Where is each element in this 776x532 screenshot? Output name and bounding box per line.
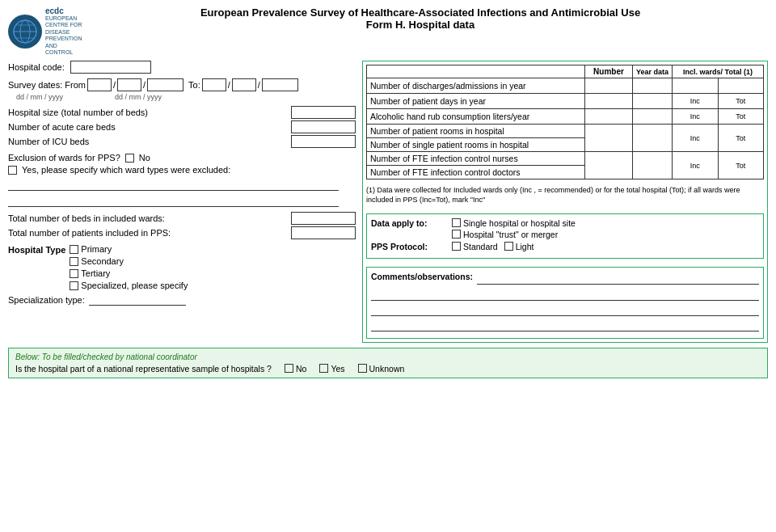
- comments-line1[interactable]: [477, 272, 759, 285]
- exclusion-specify-line2[interactable]: [8, 194, 339, 207]
- bottom-bar: Below: To be filled/checked by national …: [8, 348, 768, 378]
- sep3: /: [228, 80, 230, 90]
- comments-line4[interactable]: [371, 319, 759, 331]
- page-title: European Prevalence Survey of Healthcare…: [73, 6, 768, 19]
- icu-beds-label: Number of ICU beds: [8, 137, 89, 146]
- row-number-merged[interactable]: [585, 125, 633, 152]
- spec-type-label: Specialization type:: [8, 295, 85, 305]
- hospital-data-table: Number Year data Incl. wards/ Total (1): [366, 65, 764, 179]
- globe-icon: [12, 19, 38, 44]
- sep4: /: [258, 80, 260, 90]
- exclusion-yes-checkbox[interactable]: [8, 166, 17, 175]
- row-inc: Inc: [673, 94, 718, 109]
- national-unknown-checkbox[interactable]: [358, 364, 367, 373]
- table-row: Number of FTE infection control nurses I…: [367, 152, 764, 166]
- patdays-year-input[interactable]: [636, 95, 668, 107]
- single-hospital-label: Single hospital or hospital site: [463, 218, 576, 228]
- national-no-checkbox[interactable]: [285, 364, 293, 373]
- row-number[interactable]: [585, 94, 633, 109]
- exclusion-yes-label: Yes, please specify which ward types wer…: [22, 165, 230, 175]
- fte-number-input[interactable]: [588, 160, 629, 171]
- exclusion-no-checkbox[interactable]: [125, 154, 134, 163]
- comments-line3[interactable]: [371, 303, 759, 316]
- row-year-merged[interactable]: [632, 125, 672, 152]
- row-year[interactable]: [632, 94, 672, 109]
- row-label: Number of single patient rooms in hospit…: [367, 138, 585, 152]
- to-yyyy-input[interactable]: [262, 78, 298, 91]
- national-no-label: No: [296, 364, 306, 374]
- exclusion-specify-line1[interactable]: [8, 178, 339, 191]
- total-beds-label: Total number of beds in included wards:: [8, 213, 165, 223]
- specialized-checkbox[interactable]: [70, 281, 78, 290]
- national-unknown-label: Unknown: [369, 364, 405, 374]
- row-number-fte[interactable]: [585, 152, 633, 179]
- handrub-year-input[interactable]: [636, 111, 668, 122]
- primary-label: Primary: [81, 244, 112, 254]
- data-apply-label: Data apply to:: [371, 218, 444, 239]
- hospital-trust-checkbox[interactable]: [452, 230, 461, 239]
- secondary-checkbox[interactable]: [70, 257, 78, 266]
- discharge-number-input[interactable]: [588, 80, 629, 91]
- row-tot-merged: Tot: [718, 125, 764, 152]
- exclusion-label: Exclusion of wards for PPS?: [8, 153, 120, 163]
- standard-checkbox[interactable]: [452, 242, 461, 251]
- single-hospital-checkbox[interactable]: [452, 218, 461, 227]
- row-inc: [673, 78, 718, 94]
- national-yes-label: Yes: [331, 364, 344, 374]
- to-mm-input[interactable]: [232, 78, 256, 91]
- row-label: Alcoholic hand rub consumption liters/ye…: [367, 109, 585, 125]
- patdays-number-input[interactable]: [588, 95, 629, 107]
- row-year[interactable]: [632, 109, 672, 125]
- total-patients-input[interactable]: [291, 226, 356, 239]
- pps-protocol-label: PPS Protocol:: [371, 242, 444, 251]
- row-label: Number of FTE infection control nurses: [367, 152, 585, 166]
- from-yyyy-input[interactable]: [147, 78, 183, 91]
- exclusion-no-label: No: [139, 153, 150, 163]
- hospital-code-input[interactable]: [70, 61, 151, 74]
- row-number[interactable]: [585, 78, 633, 94]
- survey-dates-label: Survey dates: From: [8, 80, 86, 90]
- from-mm-input[interactable]: [117, 78, 141, 91]
- total-beds-input[interactable]: [291, 212, 356, 225]
- data-apply-section: Data apply to: Single hospital or hospit…: [366, 213, 764, 259]
- hospital-trust-label: Hospital "trust" or merger: [463, 230, 558, 239]
- acute-beds-label: Number of acute care beds: [8, 122, 116, 132]
- table-row: Alcoholic hand rub consumption liters/ye…: [367, 109, 764, 125]
- tertiary-label: Tertiary: [81, 268, 110, 278]
- hosp-type-label: Hospital Type: [8, 245, 65, 255]
- light-checkbox[interactable]: [504, 242, 513, 251]
- sep2: /: [143, 80, 146, 90]
- hospital-code-label: Hospital code:: [8, 62, 65, 72]
- hospital-size-input[interactable]: [291, 106, 356, 119]
- table-row: Number of patient days in year Inc Tot: [367, 94, 764, 109]
- sep1: /: [113, 80, 116, 90]
- secondary-label: Secondary: [81, 256, 124, 266]
- handrub-number-input[interactable]: [588, 111, 629, 122]
- national-yes-checkbox[interactable]: [319, 364, 328, 373]
- row-tot: Tot: [718, 109, 764, 125]
- col-number-header: Number: [585, 65, 633, 78]
- national-question: Is the hospital part of a national repre…: [15, 364, 272, 374]
- primary-checkbox[interactable]: [70, 245, 78, 254]
- icu-beds-input[interactable]: [291, 135, 356, 148]
- row-label: Number of patient days in year: [367, 94, 585, 109]
- row-label: Number of FTE infection control doctors: [367, 166, 585, 179]
- discharge-year-input[interactable]: [636, 80, 668, 91]
- spec-type-input[interactable]: [89, 294, 186, 306]
- total-patients-label: Total number of patients included in PPS…: [8, 228, 171, 238]
- row-year-fte[interactable]: [632, 152, 672, 179]
- to-dd-input[interactable]: [202, 78, 226, 91]
- to-label: To:: [188, 80, 200, 90]
- row-number[interactable]: [585, 109, 633, 125]
- specialized-label: Specialized, please specify: [81, 281, 188, 290]
- acute-beds-input[interactable]: [291, 120, 356, 133]
- tertiary-checkbox[interactable]: [70, 269, 78, 278]
- rooms-number-input[interactable]: [588, 133, 629, 144]
- from-dd-input[interactable]: [87, 78, 112, 91]
- col-label-header: [367, 65, 585, 78]
- comments-line2[interactable]: [371, 288, 759, 301]
- table-row: Number of patient rooms in hospital Inc …: [367, 125, 764, 138]
- row-year[interactable]: [632, 78, 672, 94]
- standard-label: Standard: [463, 242, 498, 251]
- ecdc-logo: ecdc EUROPEAN CENTRE FORDISEASE PREVENTI…: [8, 6, 65, 56]
